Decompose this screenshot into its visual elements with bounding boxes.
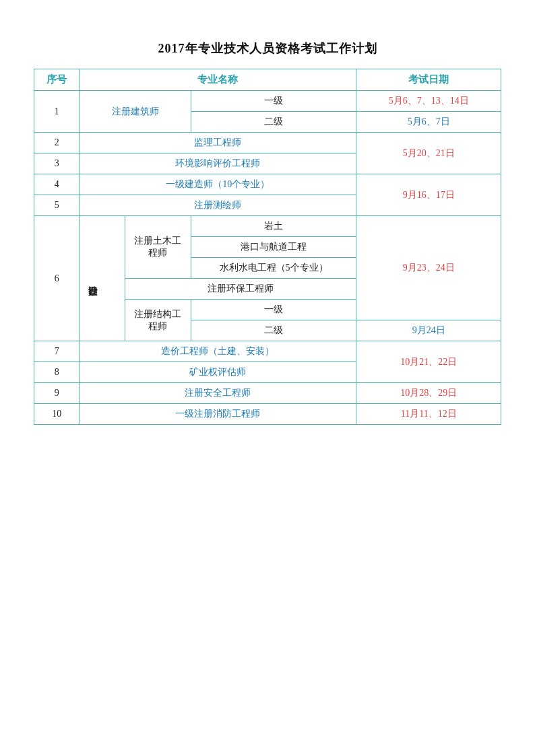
name-5: 注册测绘师 bbox=[80, 195, 356, 216]
name-10: 一级注册消防工程师 bbox=[80, 404, 356, 425]
date-9: 10月28、29日 bbox=[356, 383, 501, 404]
seq-6: 6 bbox=[34, 216, 80, 341]
seq-10: 10 bbox=[34, 404, 80, 425]
header-date: 考试日期 bbox=[356, 69, 501, 91]
name-8: 矿业权评估师 bbox=[80, 362, 356, 383]
l2-6a: 注册土木工程师 bbox=[125, 216, 191, 279]
level-1b: 二级 bbox=[191, 112, 356, 133]
name-4: 一级建造师（10个专业） bbox=[80, 174, 356, 195]
header-name: 专业名称 bbox=[80, 69, 356, 91]
seq-2: 2 bbox=[34, 133, 80, 153]
l3-6c: 水利水电工程（5个专业） bbox=[191, 258, 356, 279]
table-row: 10 一级注册消防工程师 11月11、12日 bbox=[34, 404, 501, 425]
table-row: 6 勘察设计行业 注册土木工程师 岩土 9月23、24日 bbox=[34, 216, 501, 237]
l1-6: 勘察设计行业 bbox=[80, 216, 125, 341]
table-row: 2 监理工程师 5月20、21日 bbox=[34, 133, 501, 153]
table-row: 9 注册安全工程师 10月28、29日 bbox=[34, 383, 501, 404]
seq-5: 5 bbox=[34, 195, 80, 216]
date-78: 10月21、22日 bbox=[356, 341, 501, 383]
seq-3: 3 bbox=[34, 153, 80, 174]
l3-6a: 岩土 bbox=[191, 216, 356, 237]
table-row: 1 注册建筑师 一级 5月6、7、13、14日 bbox=[34, 91, 501, 112]
l2-6e: 注册结构工程师 bbox=[125, 300, 191, 341]
l3-6e1: 一级 bbox=[191, 300, 356, 320]
table-row: 7 造价工程师（土建、安装） 10月21、22日 bbox=[34, 341, 501, 362]
date-6e2: 9月24日 bbox=[356, 320, 501, 341]
table-header: 序号 专业名称 考试日期 bbox=[34, 69, 501, 91]
name-3: 环境影响评价工程师 bbox=[80, 153, 356, 174]
date-45: 9月16、17日 bbox=[356, 174, 501, 216]
name-2: 监理工程师 bbox=[80, 133, 356, 153]
name-7: 造价工程师（土建、安装） bbox=[80, 341, 356, 362]
name-1: 注册建筑师 bbox=[80, 91, 191, 133]
table-row: 4 一级建造师（10个专业） 9月16、17日 bbox=[34, 174, 501, 195]
seq-4: 4 bbox=[34, 174, 80, 195]
name-9: 注册安全工程师 bbox=[80, 383, 356, 404]
date-1b: 5月6、7日 bbox=[356, 112, 501, 133]
date-23: 5月20、21日 bbox=[356, 133, 501, 174]
l3-6e2: 二级 bbox=[191, 320, 356, 341]
level-1a: 一级 bbox=[191, 91, 356, 112]
header-seq: 序号 bbox=[34, 69, 80, 91]
date-10: 11月11、12日 bbox=[356, 404, 501, 425]
seq-9: 9 bbox=[34, 383, 80, 404]
date-1a: 5月6、7、13、14日 bbox=[356, 91, 501, 112]
page-title: 2017年专业技术人员资格考试工作计划 bbox=[34, 40, 501, 57]
l3-6b: 港口与航道工程 bbox=[191, 237, 356, 258]
l2-6d: 注册环保工程师 bbox=[125, 279, 356, 300]
seq-1: 1 bbox=[34, 91, 80, 133]
seq-7: 7 bbox=[34, 341, 80, 362]
main-table: 序号 专业名称 考试日期 1 注册建筑师 一级 5月6、7、13、14日 二级 … bbox=[34, 69, 501, 425]
date-6: 9月23、24日 bbox=[356, 216, 501, 320]
seq-8: 8 bbox=[34, 362, 80, 383]
